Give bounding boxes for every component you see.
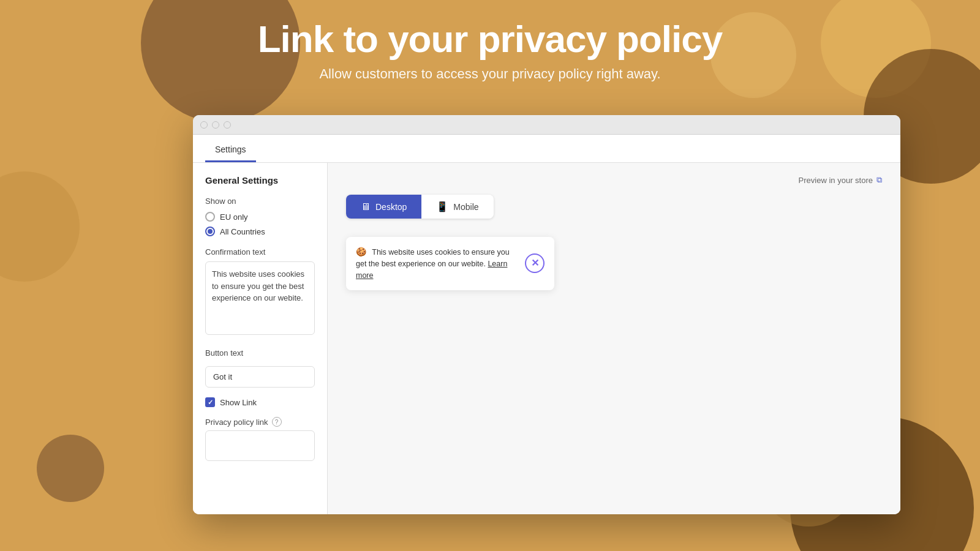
tab-settings[interactable]: Settings	[205, 138, 256, 162]
settings-section-title: General Settings	[205, 175, 315, 186]
desktop-icon: 🖥	[361, 201, 371, 212]
show-link-section[interactable]: Show Link	[205, 397, 315, 407]
show-link-checkbox[interactable]	[205, 397, 215, 407]
preview-header: Preview in your store ⧉	[346, 175, 882, 185]
content-area: General Settings Show on EU only All Cou…	[193, 163, 900, 514]
cookie-banner-main-text: This website uses cookies to ensure you …	[356, 248, 510, 268]
preview-in-store-text: Preview in your store	[799, 176, 873, 185]
mobile-icon: 📱	[436, 201, 448, 212]
desktop-button[interactable]: 🖥 Desktop	[346, 195, 421, 219]
app-window: Settings General Settings Show on EU onl…	[193, 115, 900, 514]
confirmation-textarea[interactable]: This website uses cookies to ensure you …	[205, 261, 315, 335]
cookie-close-button[interactable]: ✕	[525, 253, 545, 273]
radio-all-countries-label: All Countries	[220, 227, 265, 236]
radio-all-countries-input[interactable]	[205, 227, 215, 236]
radio-eu-only-label: EU only	[220, 212, 248, 222]
desktop-label: Desktop	[375, 202, 407, 212]
page-title: Link to your privacy policy	[0, 18, 980, 60]
close-traffic-light[interactable]	[200, 121, 208, 129]
maximize-traffic-light[interactable]	[224, 121, 231, 129]
header-section: Link to your privacy policy Allow custom…	[0, 0, 980, 82]
external-link-icon[interactable]: ⧉	[876, 175, 882, 185]
settings-panel: General Settings Show on EU only All Cou…	[193, 163, 328, 514]
privacy-link-header: Privacy policy link ?	[205, 417, 315, 427]
tab-bar: Settings	[193, 135, 900, 163]
minimize-traffic-light[interactable]	[212, 121, 219, 129]
confirmation-label: Confirmation text	[205, 247, 315, 257]
privacy-link-input[interactable]	[205, 430, 315, 461]
mobile-label: Mobile	[453, 202, 478, 212]
privacy-link-label: Privacy policy link	[205, 418, 268, 427]
radio-all-countries[interactable]: All Countries	[205, 227, 315, 236]
radio-eu-only[interactable]: EU only	[205, 212, 315, 222]
device-toggle: 🖥 Desktop 📱 Mobile	[346, 195, 494, 219]
preview-area: Preview in your store ⧉ 🖥 Desktop 📱 Mobi…	[328, 163, 900, 514]
privacy-link-help-icon[interactable]: ?	[272, 417, 282, 427]
button-text-section: Button text	[205, 348, 315, 388]
title-bar	[193, 115, 900, 135]
privacy-link-section: Privacy policy link ?	[205, 417, 315, 463]
button-text-input[interactable]	[205, 366, 315, 388]
button-text-label: Button text	[205, 348, 315, 358]
cookie-banner-text: 🍪 This website uses cookies to ensure yo…	[356, 246, 525, 282]
show-link-label: Show Link	[220, 398, 257, 407]
show-on-label: Show on	[205, 197, 315, 206]
cookie-banner-preview: 🍪 This website uses cookies to ensure yo…	[346, 237, 554, 290]
mobile-button[interactable]: 📱 Mobile	[421, 195, 493, 219]
close-icon: ✕	[531, 258, 539, 268]
radio-eu-only-input[interactable]	[205, 212, 215, 222]
cookie-emoji: 🍪	[356, 247, 366, 257]
show-on-radio-group: EU only All Countries	[205, 212, 315, 236]
page-subtitle: Allow customers to access your privacy p…	[0, 66, 980, 82]
